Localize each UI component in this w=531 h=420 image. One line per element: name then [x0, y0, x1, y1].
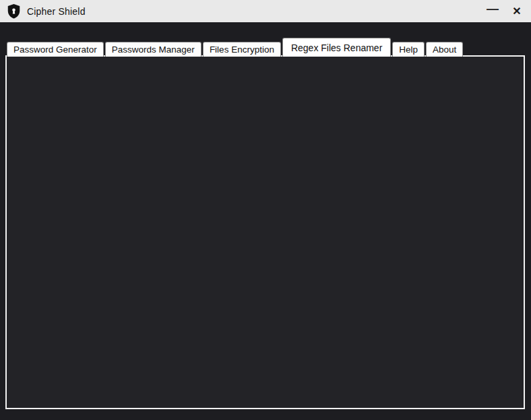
shield-lock-icon — [7, 3, 21, 19]
tab-bar: Password Generator Passwords Manager Fil… — [7, 38, 463, 57]
tab-passwords-manager[interactable]: Passwords Manager — [105, 42, 201, 57]
window-title: Cipher Shield — [27, 6, 86, 17]
window-controls: — ✕ — [485, 4, 524, 19]
tab-content-panel — [5, 55, 525, 409]
tab-regex-files-renamer[interactable]: Regex Files Renamer — [282, 38, 391, 57]
tab-help[interactable]: Help — [392, 42, 425, 57]
tab-files-encryption[interactable]: Files Encryption — [203, 42, 281, 57]
tab-password-generator[interactable]: Password Generator — [7, 42, 104, 57]
close-icon[interactable]: ✕ — [509, 4, 524, 19]
titlebar: Cipher Shield — ✕ — [0, 0, 531, 22]
tab-about[interactable]: About — [426, 42, 463, 57]
minimize-icon[interactable]: — — [485, 4, 500, 19]
app-window: Cipher Shield — ✕ Password Generator Pas… — [0, 0, 531, 420]
